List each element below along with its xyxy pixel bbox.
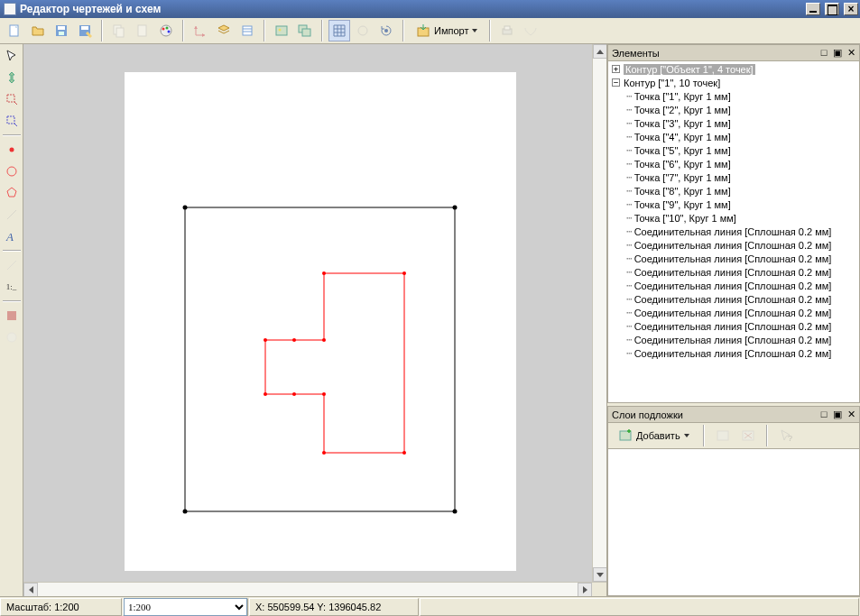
save-button[interactable]: [51, 20, 72, 41]
maximize-button[interactable]: [825, 3, 839, 15]
panel-title: Элементы: [612, 48, 817, 59]
expand-icon[interactable]: +: [612, 65, 620, 73]
tree-row[interactable]: ⋯Соединительная линия [Сплошная 0.2 мм]: [608, 292, 859, 306]
import-dropdown[interactable]: Импорт: [410, 20, 484, 41]
circle-tool[interactable]: [2, 161, 22, 181]
pan-tool[interactable]: [2, 68, 22, 87]
paste-button[interactable]: [132, 20, 153, 41]
panel-close-button[interactable]: ✕: [845, 409, 857, 421]
panel-close-button[interactable]: ✕: [845, 47, 857, 60]
viewport[interactable]: [23, 44, 592, 582]
scroll-track[interactable]: [593, 59, 606, 567]
line-tool[interactable]: [2, 205, 22, 225]
canvas-wrap: [23, 44, 606, 596]
separator: [766, 425, 768, 446]
panel-dock-button[interactable]: □: [818, 409, 830, 421]
tree-row[interactable]: ⋯Соединительная линия [Сплошная 0.2 мм]: [608, 238, 859, 252]
scale-tool[interactable]: 1:_: [2, 277, 22, 297]
svg-point-26: [7, 167, 16, 176]
select-tool[interactable]: [2, 46, 22, 66]
tree-row[interactable]: ⋯Точка ["4", Круг 1 мм]: [608, 130, 859, 143]
separator: [264, 20, 265, 41]
add-layer-dropdown[interactable]: Добавить: [612, 425, 696, 446]
point-tool[interactable]: [2, 140, 22, 160]
refresh-button[interactable]: [375, 20, 397, 41]
axes-button[interactable]: [190, 20, 211, 41]
horizontal-scrollbar[interactable]: [23, 582, 606, 596]
tree-row[interactable]: ⋯Соединительная линия [Сплошная 0.2 мм]: [608, 225, 859, 238]
svg-rect-5: [81, 26, 88, 30]
tree-leaf-icon: ⋯: [626, 172, 633, 182]
open-file-button[interactable]: [27, 20, 49, 41]
scroll-track[interactable]: [38, 583, 578, 596]
tree-row[interactable]: ⋯Точка ["9", Круг 1 мм]: [608, 198, 859, 211]
svg-rect-7: [116, 28, 124, 37]
tree-row[interactable]: ⋯Точка ["5", Круг 1 мм]: [608, 143, 859, 157]
tree-row[interactable]: ⋯Точка ["8", Круг 1 мм]: [608, 184, 859, 198]
tree-label: Соединительная линия [Сплошная 0.2 мм]: [634, 226, 832, 237]
layer-help-button[interactable]: ?: [775, 425, 797, 446]
tree-row[interactable]: ⋯Точка ["3", Круг 1 мм]: [608, 116, 859, 130]
tree-row[interactable]: ⋯Точка ["10", Круг 1 мм]: [608, 211, 859, 225]
layer-edit-button[interactable]: [712, 425, 734, 446]
main-toolbar: Импорт: [0, 18, 860, 44]
tree-row[interactable]: ⋯Точка ["2", Круг 1 мм]: [608, 103, 859, 116]
tree-row[interactable]: +Контур ["Объект 1", 4 точек]: [608, 62, 859, 76]
tree-row[interactable]: ⋯Точка ["1", Круг 1 мм]: [608, 89, 859, 103]
tree-row[interactable]: ⋯Соединительная линия [Сплошная 0.2 мм]: [608, 279, 859, 292]
tree-row[interactable]: ⋯Соединительная линия [Сплошная 0.2 мм]: [608, 333, 859, 346]
separator: [402, 20, 404, 41]
multi-image-button[interactable]: [294, 20, 316, 41]
tree-row[interactable]: ⋯Соединительная линия [Сплошная 0.2 мм]: [608, 265, 859, 279]
palette-button[interactable]: [155, 20, 177, 41]
tree-row[interactable]: ⋯Соединительная линия [Сплошная 0.2 мм]: [608, 306, 859, 319]
layers-button[interactable]: [213, 20, 235, 41]
close-button[interactable]: ×: [844, 3, 858, 15]
scroll-up-button[interactable]: [593, 44, 607, 59]
tree-label: Точка ["3", Круг 1 мм]: [634, 118, 731, 129]
new-file-button[interactable]: [4, 20, 25, 41]
measure-tool[interactable]: [2, 255, 22, 275]
tree-row[interactable]: ⋯Соединительная линия [Сплошная 0.2 мм]: [608, 319, 859, 333]
vertical-scrollbar[interactable]: [592, 44, 606, 582]
scale-select[interactable]: 1:200: [124, 598, 247, 616]
tree-leaf-icon: ⋯: [626, 253, 633, 263]
print-button[interactable]: [496, 20, 518, 41]
polygon-tool[interactable]: [2, 183, 22, 203]
image-button[interactable]: [271, 20, 292, 41]
preview-button[interactable]: [520, 20, 541, 41]
panel-pin-button[interactable]: ▣: [831, 47, 844, 60]
snap-button[interactable]: [352, 20, 374, 41]
erase-tool[interactable]: [2, 327, 22, 347]
scroll-down-button[interactable]: [593, 567, 607, 582]
zoom-region-tool[interactable]: [2, 111, 22, 131]
svg-point-29: [7, 333, 16, 342]
add-label: Добавить: [636, 430, 680, 441]
fill-tool[interactable]: [2, 306, 22, 326]
tree-row[interactable]: ⋯Точка ["6", Круг 1 мм]: [608, 157, 859, 170]
text-tool[interactable]: A: [2, 226, 22, 246]
grid-button[interactable]: [328, 20, 350, 41]
svg-point-36: [402, 451, 406, 455]
elements-tree[interactable]: +Контур ["Объект 1", 4 точек]−Контур ["1…: [608, 61, 859, 402]
tree-leaf-icon: ⋯: [626, 105, 633, 115]
tree-label: Соединительная линия [Сплошная 0.2 мм]: [634, 280, 832, 291]
panel-dock-button[interactable]: □: [818, 47, 830, 60]
separator: [101, 20, 103, 41]
properties-button[interactable]: [236, 20, 258, 41]
tree-row[interactable]: ⋯Точка ["7", Круг 1 мм]: [608, 170, 859, 184]
tree-row[interactable]: −Контур ["1", 10 точек]: [608, 76, 859, 89]
scroll-left-button[interactable]: [23, 583, 38, 597]
save-as-button[interactable]: [74, 20, 96, 41]
minimize-button[interactable]: [806, 3, 820, 15]
panel-pin-button[interactable]: ▣: [831, 409, 844, 421]
tree-label: Точка ["1", Круг 1 мм]: [634, 91, 731, 102]
tree-label: Соединительная линия [Сплошная 0.2 мм]: [634, 335, 832, 345]
tree-row[interactable]: ⋯Соединительная линия [Сплошная 0.2 мм]: [608, 252, 859, 265]
collapse-icon[interactable]: −: [612, 78, 620, 87]
zoom-out-tool[interactable]: [2, 89, 22, 109]
scroll-right-button[interactable]: [578, 583, 592, 597]
copy-button[interactable]: [108, 20, 130, 41]
layer-delete-button[interactable]: [737, 425, 759, 446]
tree-row[interactable]: ⋯Соединительная линия [Сплошная 0.2 мм]: [608, 346, 859, 360]
